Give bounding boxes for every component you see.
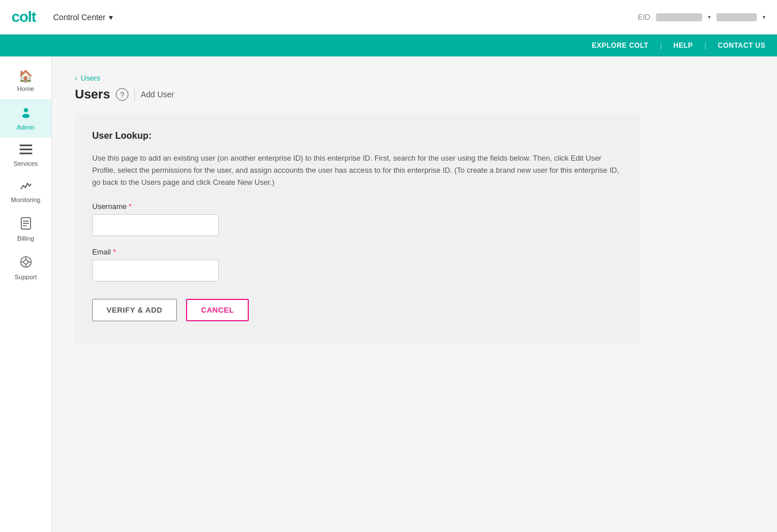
sidebar-label-services: Services — [13, 160, 37, 167]
email-label: Email * — [92, 248, 622, 256]
contact-us-link[interactable]: CONTACT US — [718, 41, 765, 50]
username-input[interactable] — [92, 214, 219, 236]
home-icon: 🏠 — [18, 69, 33, 83]
username-label: Username * — [92, 202, 622, 211]
billing-icon — [21, 217, 31, 233]
monitoring-icon — [20, 181, 32, 194]
services-icon — [20, 145, 32, 158]
svg-point-1 — [22, 114, 29, 118]
form-card: User Lookup: Use this page to add an exi… — [75, 113, 639, 344]
control-center-chevron-icon: ▾ — [109, 13, 113, 22]
brand-logo: colt — [12, 8, 36, 26]
sidebar-item-admin[interactable]: Admin — [0, 99, 51, 138]
svg-point-0 — [24, 108, 28, 112]
email-input[interactable] — [92, 260, 219, 282]
svg-rect-2 — [20, 145, 32, 146]
username-dropdown-icon[interactable]: ▾ — [763, 14, 765, 20]
control-center-button[interactable]: Control Center ▾ — [53, 13, 113, 22]
eid-value — [656, 13, 702, 21]
breadcrumb[interactable]: ‹ Users — [75, 74, 754, 82]
sidebar-item-support[interactable]: Support — [0, 249, 51, 287]
add-user-link[interactable]: Add User — [141, 90, 174, 99]
main-content: ‹ Users Users ? Add User User Lookup: Us… — [52, 56, 777, 532]
control-center-label: Control Center — [53, 13, 105, 22]
username-value — [717, 13, 757, 21]
sidebar-item-services[interactable]: Services — [0, 138, 51, 174]
sidebar-label-home: Home — [17, 85, 34, 92]
username-form-group: Username * — [92, 202, 622, 236]
svg-rect-3 — [20, 149, 32, 150]
top-bar: colt Control Center ▾ EID ▾ ▾ — [0, 0, 777, 35]
verify-add-button[interactable]: VERIFY & ADD — [92, 299, 177, 321]
breadcrumb-text: Users — [81, 74, 100, 82]
button-row: VERIFY & ADD CANCEL — [92, 299, 622, 321]
username-required-star: * — [129, 202, 132, 211]
support-icon — [20, 256, 32, 271]
sidebar-item-monitoring[interactable]: Monitoring — [0, 174, 51, 210]
explore-colt-link[interactable]: EXPLORE COLT — [592, 41, 649, 50]
top-right-area: EID ▾ ▾ — [638, 13, 765, 21]
sidebar-label-billing: Billing — [17, 235, 34, 242]
eid-label: EID — [638, 13, 650, 21]
section-title: User Lookup: — [92, 131, 622, 141]
sidebar: 🏠 Home Admin Services — [0, 56, 52, 532]
email-form-group: Email * — [92, 248, 622, 282]
sidebar-item-home[interactable]: 🏠 Home — [0, 62, 51, 99]
email-required-star: * — [113, 248, 116, 256]
sidebar-label-support: Support — [14, 273, 37, 280]
page-header: Users ? Add User — [75, 87, 754, 102]
help-link[interactable]: HELP — [673, 41, 693, 50]
svg-rect-4 — [20, 153, 32, 154]
sidebar-label-monitoring: Monitoring — [11, 196, 40, 203]
page-title: Users — [75, 87, 110, 102]
sub-nav-sep-1: | — [660, 41, 662, 50]
cancel-button[interactable]: CANCEL — [186, 299, 249, 321]
sidebar-label-admin: Admin — [17, 124, 35, 131]
sub-nav-sep-2: | — [704, 41, 706, 50]
breadcrumb-chevron-icon: ‹ — [75, 74, 77, 82]
admin-icon — [20, 106, 32, 121]
header-divider — [134, 88, 135, 101]
eid-dropdown-icon[interactable]: ▾ — [708, 14, 711, 20]
sub-nav: EXPLORE COLT | HELP | CONTACT US — [0, 35, 777, 56]
svg-point-10 — [24, 260, 28, 264]
help-icon[interactable]: ? — [116, 88, 128, 101]
info-text: Use this page to add an existing user (o… — [92, 153, 622, 188]
sidebar-item-billing[interactable]: Billing — [0, 210, 51, 249]
main-layout: 🏠 Home Admin Services — [0, 56, 777, 532]
